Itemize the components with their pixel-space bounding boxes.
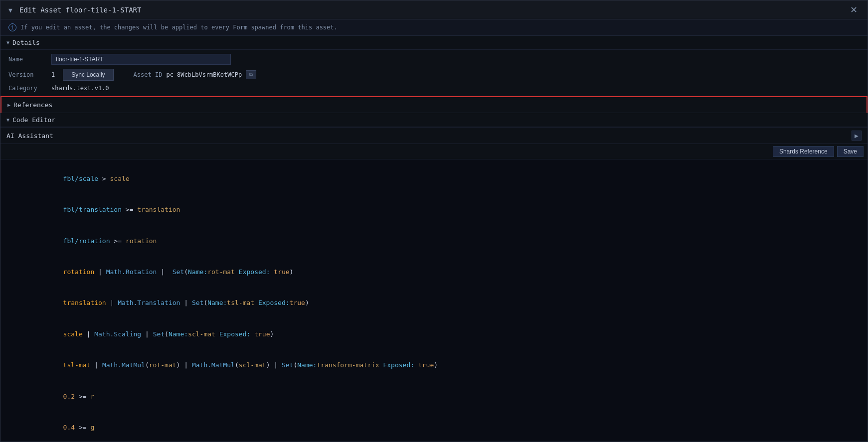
info-icon: i [8, 23, 16, 31]
ai-assistant-expand-button[interactable]: ▶ [852, 131, 862, 141]
code-toolbar: Shards Reference Save [0, 144, 868, 159]
main-window: ▼ Edit Asset floor-tile-1-START ✕ i If y… [0, 0, 868, 442]
code-content[interactable]: fbl/scale > scale fbl/translation >= tra… [0, 159, 868, 442]
references-section: ▶ References [0, 96, 868, 113]
info-bar: i If you edit an asset, the changes will… [0, 19, 868, 36]
ai-assistant-row: AI Assistant ▶ [0, 128, 868, 144]
code-line-3: rotation | Math.Rotation | Set(Name:rot-… [8, 257, 860, 288]
code-editor-header[interactable]: ▼ Code Editor [0, 113, 868, 127]
details-section: ▼ Details Name Version 1 Sync Locally As [0, 36, 868, 96]
asset-id-value: pc_8WcbLbVsrmBKotWCPp [166, 71, 242, 78]
code-area: Shards Reference Save fbl/scale > scale … [0, 144, 868, 442]
menu-icon[interactable]: ▼ [8, 6, 15, 13]
code-line-4: translation | Math.Translation | Set(Nam… [8, 288, 860, 319]
title-bar: ▼ Edit Asset floor-tile-1-START ✕ [0, 0, 868, 19]
version-value: 1 [51, 71, 55, 78]
category-row: Category shards.text.v1.0 [0, 83, 868, 94]
name-input[interactable] [51, 54, 231, 65]
name-label: Name [8, 56, 43, 63]
code-editor-label: Code Editor [12, 116, 55, 124]
references-arrow-icon: ▶ [7, 102, 10, 108]
details-label: Details [12, 39, 40, 46]
title-bar-left: ▼ Edit Asset floor-tile-1-START [8, 6, 141, 14]
details-header[interactable]: ▼ Details [0, 36, 868, 50]
close-button[interactable]: ✕ [848, 4, 860, 16]
references-label: References [13, 101, 52, 109]
code-line-2: fbl/rotation >= rotation [8, 226, 860, 257]
code-line-0: fbl/scale > scale [8, 163, 860, 194]
asset-id-label: Asset ID [134, 71, 163, 78]
details-arrow-icon: ▼ [6, 40, 9, 45]
category-label: Category [8, 85, 43, 92]
category-value: shards.text.v1.0 [51, 85, 109, 92]
version-label: Version [8, 71, 43, 78]
code-line-5: scale | Math.Scaling | Set(Name:scl-mat … [8, 319, 860, 350]
code-line-7: 0.2 >= r [8, 381, 860, 412]
window-title: Edit Asset floor-tile-1-START [19, 6, 141, 14]
content-area: ▼ Details Name Version 1 Sync Locally As [0, 36, 868, 442]
code-editor-section: ▼ Code Editor [0, 113, 868, 128]
references-header[interactable]: ▶ References [1, 97, 867, 113]
info-text: If you edit an asset, the changes will b… [20, 24, 338, 31]
code-line-6: tsl-mat | Math.MatMul(rot-mat) | Math.Ma… [8, 350, 860, 381]
code-line-1: fbl/translation >= translation [8, 194, 860, 225]
sync-locally-button[interactable]: Sync Locally [63, 69, 113, 81]
code-editor-arrow-icon: ▼ [6, 117, 9, 123]
ai-assistant-label: AI Assistant [6, 132, 53, 140]
name-row: Name [0, 52, 868, 67]
asset-id-area: Asset ID pc_8WcbLbVsrmBKotWCPp ⧉ [134, 70, 257, 79]
details-grid: Name Version 1 Sync Locally Asset ID pc_… [0, 50, 868, 96]
code-line-8: 0.4 >= g [8, 412, 860, 442]
version-value-row: 1 Sync Locally Asset ID pc_8WcbLbVsrmBKo… [51, 69, 256, 81]
shards-reference-button[interactable]: Shards Reference [773, 146, 834, 157]
version-row: Version 1 Sync Locally Asset ID pc_8WcbL… [0, 67, 868, 83]
save-button[interactable]: Save [837, 146, 864, 157]
copy-asset-id-button[interactable]: ⧉ [246, 70, 256, 79]
